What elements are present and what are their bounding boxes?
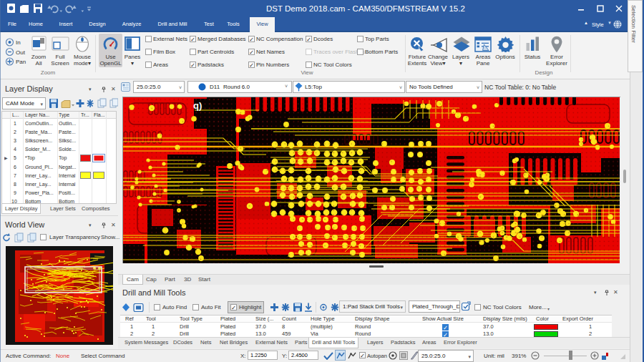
svg-text:q): q) (193, 100, 202, 111)
